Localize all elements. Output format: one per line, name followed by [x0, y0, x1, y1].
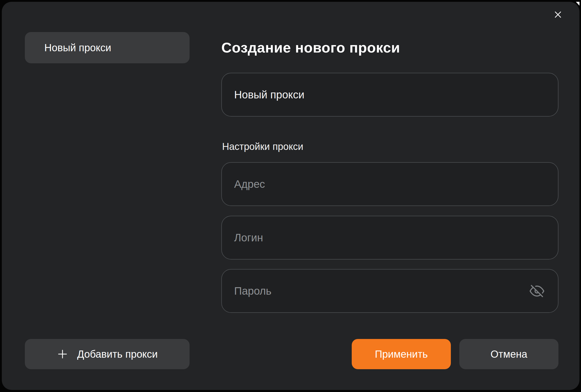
screen: Новый прокси Создание нового прокси Наст… — [0, 0, 581, 392]
add-proxy-button[interactable]: Добавить прокси — [25, 339, 190, 369]
close-button[interactable] — [551, 7, 565, 22]
toggle-password-visibility-button[interactable] — [528, 282, 546, 300]
sidebar-item-new-proxy[interactable]: Новый прокси — [25, 32, 190, 63]
plus-icon — [57, 348, 68, 360]
proxy-name-field — [221, 73, 558, 117]
password-input[interactable] — [222, 270, 558, 312]
proxy-name-input[interactable] — [222, 73, 558, 116]
proxy-settings-label: Настройки прокси — [222, 141, 303, 152]
cancel-button[interactable]: Отмена — [459, 339, 558, 369]
address-field — [221, 162, 558, 206]
password-field — [221, 269, 558, 313]
dialog-title: Создание нового прокси — [221, 39, 559, 56]
sidebar-item-label: Новый прокси — [44, 42, 111, 54]
eye-off-icon — [530, 284, 544, 298]
close-icon — [553, 10, 563, 19]
address-input[interactable] — [222, 163, 558, 205]
proxy-dialog: Новый прокси Создание нового прокси Наст… — [2, 2, 579, 390]
login-input[interactable] — [222, 216, 558, 259]
login-field — [221, 216, 558, 260]
apply-button[interactable]: Применить — [352, 339, 451, 369]
add-proxy-label: Добавить прокси — [77, 348, 158, 360]
cursor-artifact — [576, 2, 579, 6]
